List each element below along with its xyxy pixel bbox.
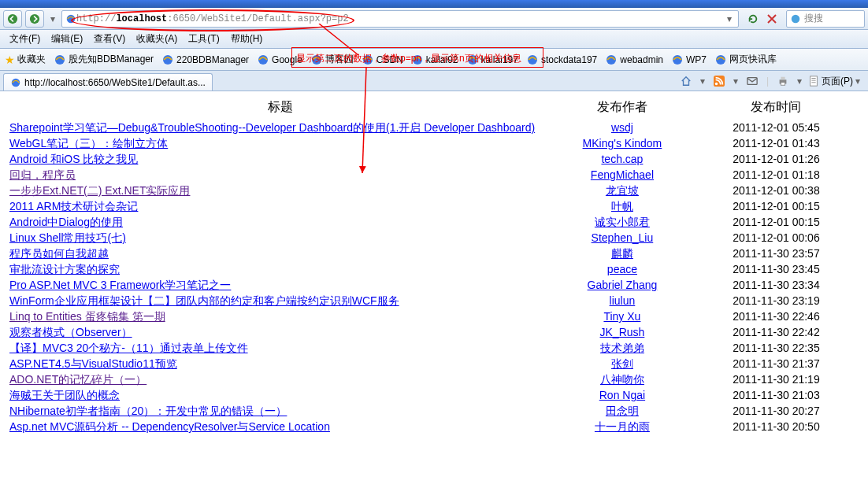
post-title-link[interactable]: Android中Dialog的使用 <box>9 216 123 228</box>
nav-history-dropdown[interactable]: ▾ <box>47 13 58 24</box>
dropdown-icon[interactable]: ▾ <box>855 76 860 87</box>
post-time: 2011-11-30 20:50 <box>691 419 862 435</box>
author-link[interactable]: 诚实小郎君 <box>595 216 650 228</box>
post-title-link[interactable]: NHibernate初学者指南（20）：开发中常见的错误（一） <box>9 405 287 417</box>
print-button[interactable] <box>775 73 791 89</box>
browser-tab[interactable]: http://localhost:6650/WebSite1/Default.a… <box>3 73 213 91</box>
post-title-link[interactable]: 【译】MVC3 20个秘方-（11）通过表单上传文件 <box>9 342 248 354</box>
table-row: ASP.NET4.5与VisualStudio11预览张剑2011-11-30 … <box>6 357 862 372</box>
page-content: 标题 发布作者 发布时间 Sharepoint学习笔记—Debug&Troubl… <box>0 91 868 438</box>
post-title-link[interactable]: 2011 ARM技术研讨会杂记 <box>9 200 138 212</box>
post-time: 2011-11-30 23:34 <box>691 278 862 294</box>
table-row: WebGL笔记（三）：绘制立方体MKing's Kindom2011-12-01… <box>6 136 862 152</box>
menu-bar: 文件(F) 编辑(E) 查看(V) 收藏夹(A) 工具(T) 帮助(H) <box>0 30 868 49</box>
author-link[interactable]: FengMichael <box>591 168 654 181</box>
favicon <box>714 54 727 66</box>
bookmark-item[interactable]: kailai197 <box>466 54 518 66</box>
table-row: Android 和iOS 比较之我见tech.cap2011-12-01 01:… <box>6 152 862 168</box>
search-box[interactable]: 搜搜 <box>786 10 865 28</box>
bookmark-item[interactable]: 220BDBManager <box>161 54 249 66</box>
favorites-label: 收藏夹 <box>17 53 46 66</box>
menu-help[interactable]: 帮助(H) <box>226 31 268 47</box>
author-link[interactable]: liulun <box>610 294 636 307</box>
bookmark-item[interactable]: kailai92 <box>411 54 458 66</box>
home-button[interactable] <box>678 73 694 89</box>
page-menu[interactable]: 页面(P) ▾ <box>808 75 860 88</box>
dropdown-icon[interactable]: ▾ <box>700 76 705 87</box>
author-link[interactable]: 八神吻你 <box>600 373 644 386</box>
bookmark-item[interactable]: CSDN <box>362 54 403 66</box>
author-link[interactable]: 龙宜坡 <box>606 184 639 197</box>
posts-table: 标题 发布作者 发布时间 Sharepoint学习笔记—Debug&Troubl… <box>6 94 862 435</box>
author-link[interactable]: 叶帆 <box>611 200 633 212</box>
post-title-link[interactable]: ASP.NET4.5与VisualStudio11预览 <box>9 357 177 370</box>
post-time: 2011-12-01 01:26 <box>691 152 862 168</box>
author-link[interactable]: Tiny Xu <box>603 310 640 323</box>
bookmark-item[interactable]: WP7 <box>671 54 707 66</box>
back-button[interactable] <box>3 10 22 28</box>
post-title-link[interactable]: 程序员如何自我超越 <box>9 247 109 260</box>
author-link[interactable]: MKing's Kindom <box>583 137 662 150</box>
bookmark-item[interactable]: 网页快讯库 <box>714 53 777 66</box>
stop-button[interactable] <box>764 11 780 27</box>
author-link[interactable]: peace <box>607 263 637 275</box>
author-link[interactable]: Ron Ngai <box>599 389 645 401</box>
feeds-button[interactable] <box>711 73 727 89</box>
post-title-link[interactable]: Sharepoint学习笔记—Debug&TroubleShooting--De… <box>9 121 535 134</box>
menu-edit[interactable]: 编辑(E) <box>46 31 87 47</box>
menu-favorites[interactable]: 收藏夹(A) <box>132 31 182 47</box>
bookmark-item[interactable]: 博客园 <box>310 53 354 66</box>
col-author: 发布作者 <box>554 94 691 120</box>
author-link[interactable]: 张剑 <box>611 357 633 370</box>
menu-tools[interactable]: 工具(T) <box>184 31 224 47</box>
bookmark-item[interactable]: webadmin <box>605 54 663 66</box>
post-title-link[interactable]: 审批流设计方案的探究 <box>9 263 120 275</box>
author-link[interactable]: 麒麟 <box>611 247 633 260</box>
author-link[interactable]: Stephen_Liu <box>592 231 654 244</box>
post-title-link[interactable]: Linux Shell常用技巧(七) <box>9 231 126 244</box>
table-row: 观察者模式（Observer）JK_Rush2011-11-30 22:42 <box>6 325 862 341</box>
table-row: Android中Dialog的使用诚实小郎君2011-12-01 00:15 <box>6 215 862 231</box>
author-link[interactable]: 十一月的雨 <box>595 420 650 433</box>
author-link[interactable]: Gabriel Zhang <box>588 279 658 291</box>
post-title-link[interactable]: 一步步Ext.NET(二) Ext.NET实际应用 <box>9 184 190 197</box>
favicon <box>605 54 618 66</box>
post-title-link[interactable]: WebGL笔记（三）：绘制立方体 <box>9 137 168 150</box>
post-title-link[interactable]: 观察者模式（Observer） <box>9 326 132 338</box>
post-title-link[interactable]: WinForm企业应用框架设计【二】团队内部的约定和客户端按约定识别WCF服务 <box>9 294 399 307</box>
author-link[interactable]: JK_Rush <box>600 326 645 338</box>
address-bar[interactable]: http://localhost:6650/WebSite1/Default.a… <box>61 10 739 28</box>
author-link[interactable]: tech.cap <box>601 153 643 165</box>
col-time: 发布时间 <box>691 94 862 120</box>
favorites-button[interactable]: ★ 收藏夹 <box>5 53 46 66</box>
author-link[interactable]: 田念明 <box>606 405 639 417</box>
bookmark-item[interactable]: Google <box>257 54 302 66</box>
refresh-button[interactable] <box>745 11 761 27</box>
post-title-link[interactable]: ADO.NET的记忆碎片（一） <box>9 373 147 386</box>
post-title-link[interactable]: Asp.net MVC源码分析 -- DependencyResolver与Se… <box>9 420 330 433</box>
post-title-link[interactable]: 海贼王关于团队的概念 <box>9 389 120 401</box>
post-time: 2011-11-30 23:45 <box>691 262 862 278</box>
post-title-link[interactable]: Android 和iOS 比较之我见 <box>9 153 138 165</box>
bookmarks-bar: ★ 收藏夹 股先知BDBManager220BDBManagerGoogle博客… <box>0 49 868 71</box>
table-row: 海贼王关于团队的概念Ron Ngai2011-11-30 21:03 <box>6 388 862 404</box>
page-icon <box>808 76 819 87</box>
bookmark-item[interactable]: 股先知BDBManager <box>54 53 154 66</box>
bookmark-item[interactable]: stockdata197 <box>526 54 597 66</box>
svg-rect-20 <box>781 77 785 80</box>
post-title-link[interactable]: 回归，程序员 <box>9 168 76 181</box>
post-title-link[interactable]: Pro ASP.Net MVC 3 Framework学习笔记之一 <box>9 279 231 291</box>
search-placeholder: 搜搜 <box>804 12 823 25</box>
table-row: 回归，程序员FengMichael2011-12-01 01:18 <box>6 168 862 183</box>
dropdown-icon[interactable]: ▾ <box>733 76 738 87</box>
menu-file[interactable]: 文件(F) <box>5 31 45 47</box>
menu-view[interactable]: 查看(V) <box>89 31 130 47</box>
dropdown-icon[interactable]: ▾ <box>797 76 802 87</box>
author-link[interactable]: 技术弟弟 <box>600 342 644 354</box>
address-dropdown[interactable]: ▾ <box>724 13 735 24</box>
author-link[interactable]: wsdj <box>611 121 633 134</box>
post-title-link[interactable]: Linq to Entities 蛋疼锦集 第一期 <box>9 310 165 323</box>
mail-button[interactable] <box>744 73 760 89</box>
svg-rect-18 <box>747 78 757 85</box>
forward-button[interactable] <box>25 10 44 28</box>
